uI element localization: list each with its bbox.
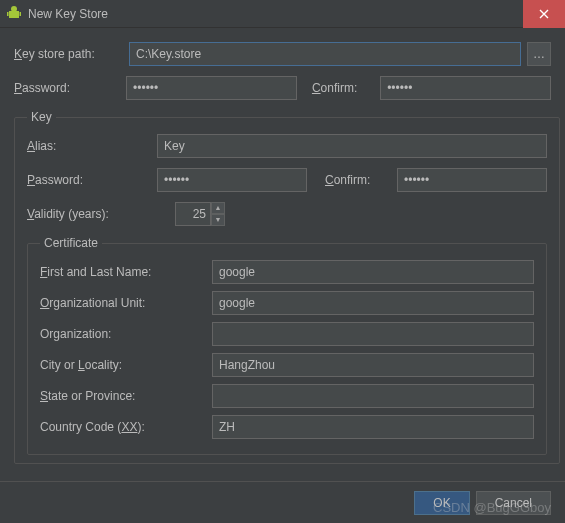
browse-button[interactable]: …	[527, 42, 551, 66]
svg-rect-3	[20, 12, 22, 16]
alias-label: Alias:	[27, 139, 157, 153]
spinner-up-icon[interactable]: ▲	[211, 202, 225, 214]
title-bar: New Key Store	[0, 0, 565, 28]
password-label: Password:	[14, 81, 126, 95]
org-unit-label: Organizational Unit:	[40, 296, 212, 310]
svg-point-1	[11, 6, 17, 12]
certificate-group: Certificate First and Last Name: Organiz…	[27, 236, 547, 455]
cancel-button[interactable]: Cancel	[476, 491, 551, 515]
org-unit-input[interactable]	[212, 291, 534, 315]
svg-rect-2	[7, 12, 9, 16]
state-label: State or Province:	[40, 389, 212, 403]
alias-input[interactable]	[157, 134, 547, 158]
certificate-legend: Certificate	[40, 236, 102, 250]
ok-button[interactable]: OK	[414, 491, 469, 515]
confirm-password-input[interactable]	[380, 76, 551, 100]
key-confirm-label: Confirm:	[325, 173, 397, 187]
svg-rect-0	[9, 11, 19, 18]
keystore-path-label: Key store path:	[14, 47, 129, 61]
organization-label: Organization:	[40, 327, 212, 341]
city-input[interactable]	[212, 353, 534, 377]
key-confirm-input[interactable]	[397, 168, 547, 192]
android-icon	[6, 6, 22, 22]
country-input[interactable]	[212, 415, 534, 439]
key-legend: Key	[27, 110, 56, 124]
close-button[interactable]	[523, 0, 565, 28]
first-name-input[interactable]	[212, 260, 534, 284]
window-title: New Key Store	[28, 7, 523, 21]
confirm-password-label: Confirm:	[312, 81, 380, 95]
close-icon	[539, 9, 549, 19]
organization-input[interactable]	[212, 322, 534, 346]
spinner-down-icon[interactable]: ▼	[211, 214, 225, 226]
validity-spinner[interactable]: ▲ ▼	[175, 202, 225, 226]
country-label: Country Code (XX):	[40, 420, 212, 434]
ellipsis-icon: …	[533, 47, 545, 61]
first-name-label: First and Last Name:	[40, 265, 212, 279]
key-password-input[interactable]	[157, 168, 307, 192]
keystore-path-input[interactable]	[129, 42, 521, 66]
city-label: City or Locality:	[40, 358, 212, 372]
validity-label: Validity (years):	[27, 207, 175, 221]
footer: OK Cancel	[0, 481, 565, 523]
state-input[interactable]	[212, 384, 534, 408]
password-input[interactable]	[126, 76, 297, 100]
key-group: Key Alias: Password: Confirm: Validity (…	[14, 110, 560, 464]
key-password-label: Password:	[27, 173, 157, 187]
validity-input[interactable]	[175, 202, 211, 226]
